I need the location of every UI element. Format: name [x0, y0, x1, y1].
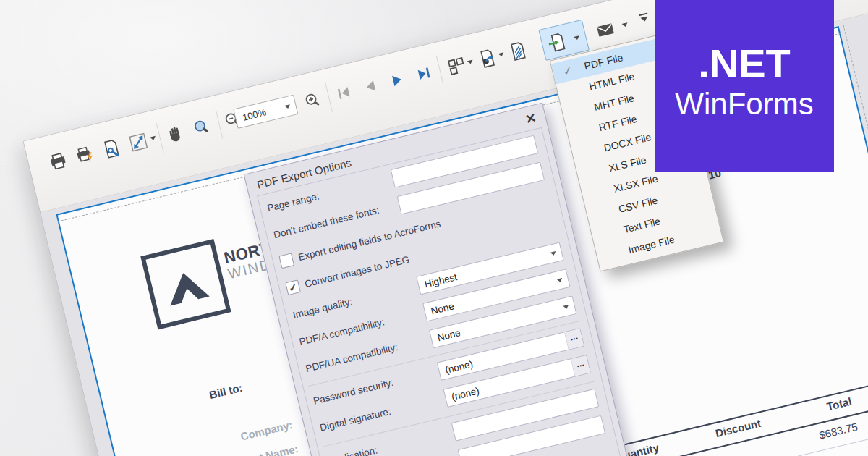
check-icon: ✓ [287, 281, 298, 294]
convert-images-checkbox[interactable]: ✓ [285, 279, 301, 295]
next-page-button[interactable] [385, 68, 409, 93]
toolbar-separator [436, 56, 444, 85]
quick-print-button[interactable] [73, 143, 98, 167]
more-options-bar [639, 12, 647, 16]
page-setup-button[interactable] [99, 137, 124, 161]
badge-title: .NET [698, 42, 791, 85]
dropdown-arrow-icon[interactable] [556, 278, 563, 283]
zoom-level-value: 100% [241, 106, 267, 122]
zoom-in-button[interactable] [301, 88, 326, 113]
magnifier-tool-button[interactable] [190, 115, 214, 140]
more-options-dropdown[interactable] [639, 12, 649, 22]
check-icon: ✓ [561, 59, 574, 82]
export-document-button[interactable] [475, 46, 500, 71]
ellipsis-button[interactable]: ... [564, 329, 584, 349]
send-email-dropdown-arrow[interactable] [622, 22, 629, 28]
print-button[interactable] [46, 149, 71, 174]
net-winforms-badge: .NET WinForms [655, 0, 834, 172]
more-options-arrow-icon [640, 16, 648, 22]
last-page-button[interactable] [412, 62, 436, 86]
dropdown-arrow-icon[interactable] [563, 305, 569, 310]
hero-image: 100% [0, 0, 868, 456]
ellipsis-button[interactable]: ... [571, 355, 590, 376]
close-icon[interactable]: × [524, 108, 537, 128]
mountain-chevron-icon [145, 244, 226, 324]
export-document-dropdown-arrow[interactable] [498, 52, 504, 57]
scale-dropdown-arrow[interactable] [150, 136, 156, 141]
badge-subtitle: WinForms [675, 85, 813, 123]
acroforms-checkbox[interactable]: ✓ [278, 253, 294, 269]
multiple-pages-button[interactable] [444, 54, 469, 78]
previous-page-button[interactable] [358, 75, 383, 99]
northwind-logo [140, 239, 231, 329]
send-email-button[interactable] [593, 18, 618, 43]
multiple-pages-dropdown-arrow[interactable] [467, 60, 474, 65]
scale-button[interactable] [126, 130, 150, 155]
hand-tool-button[interactable] [163, 122, 187, 146]
export-to-icon [544, 30, 569, 55]
watermark-button[interactable] [506, 39, 531, 64]
export-to-dropdown-arrow[interactable] [574, 35, 580, 41]
zoom-dropdown-arrow[interactable] [284, 104, 291, 109]
first-page-button[interactable] [331, 81, 356, 106]
bill-to-label: Bill to: [208, 381, 244, 401]
zoom-level-combobox[interactable]: 100% [233, 95, 298, 129]
dropdown-arrow-icon[interactable] [550, 251, 557, 256]
